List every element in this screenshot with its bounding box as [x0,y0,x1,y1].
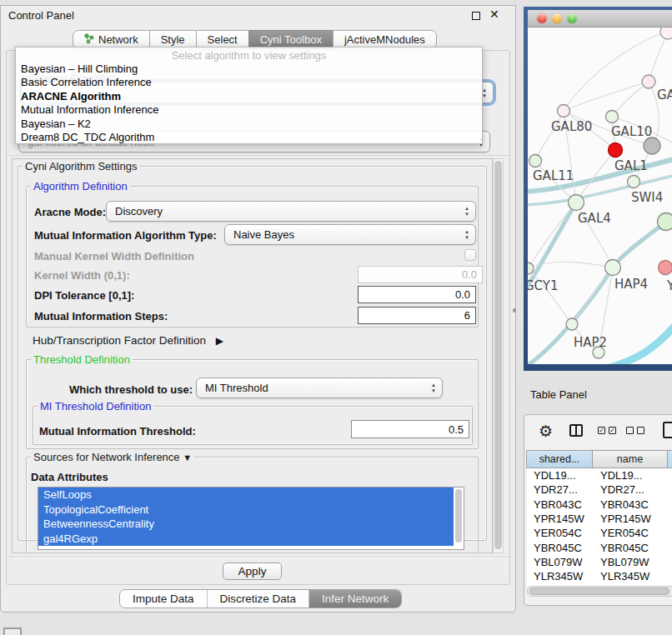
aracne-mode-combo[interactable]: Discovery ▲▼ [106,201,476,222]
node-label-hap2: HAP2 [574,335,607,350]
network-node[interactable] [660,28,672,39]
close-traffic-light[interactable] [537,13,547,23]
network-canvas[interactable]: GALGAL80GAL10GAL1GAL11SWI4GAL4GCY1HAP4YH… [528,28,672,364]
column-header-2[interactable] [667,450,672,468]
threshold-definition-title: Threshold Definition [31,353,133,366]
attribute-item-topologicalcoefficient[interactable]: TopologicalCoefficient [38,502,454,518]
panel-divider-grip[interactable] [513,308,516,312]
combo-value: MI Threshold [205,382,268,394]
algorithm-option-mutual-information-inference[interactable]: Mutual Information Inference [16,103,482,117]
network-node[interactable] [569,195,584,211]
table-hscrollbar-thumb[interactable] [529,588,669,595]
algorithm-popup-placeholder: Select algorithm to view settings [16,48,482,62]
column-header-0[interactable]: shared... [526,450,593,468]
minimized-panel-icon[interactable] [3,628,22,635]
network-window-titlebar[interactable] [528,10,672,28]
separator-highlight [7,558,509,558]
network-node[interactable] [606,111,619,123]
hub-definition-toggle[interactable]: Hub/Transcription Factor Definition ▶ [33,334,223,347]
network-node[interactable] [659,261,672,275]
kernel-width-field[interactable]: 0.0 [358,266,483,283]
table-panel-title: Table Panel [530,388,587,401]
data-attributes-label: Data Attributes [31,471,108,483]
cyni-settings-group-title: Cyni Algorithm Settings [23,160,139,172]
algorithm-option-bayesian-k2[interactable]: Bayesian – K2 [16,118,482,131]
tab-discretize-data[interactable]: Discretize Data [207,590,309,608]
node-label-gcy1: GCY1 [528,278,559,293]
sources-group-title[interactable]: Sources for Network Inference ▼ [31,451,194,463]
table-cell: YPR145W [527,512,594,525]
attribute-item-betweennesscentrality[interactable]: BetweennessCentrality [38,517,454,532]
dpi-tolerance-field[interactable]: 0.0 [358,286,476,303]
table-cell: YDL19... [527,469,594,482]
close-icon[interactable]: ✕ [489,8,499,21]
node-label-gal1: GAL1 [614,158,648,173]
table-row[interactable]: YBR045CYBR045C9. [527,540,672,554]
hide-columns-unchecked-icon[interactable] [626,427,644,434]
which-threshold-combo[interactable]: MI Threshold ▲▼ [196,378,443,398]
table-row[interactable]: YDL19...YDL19...13 [527,468,672,482]
algorithm-option-bayesian-hill-climbing[interactable]: Bayesian – Hill Climbing [16,62,482,76]
table-panel-bar: Table Panel [519,382,672,407]
apply-button[interactable]: Apply [223,562,282,580]
zoom-traffic-light[interactable] [567,13,577,23]
network-edge [572,268,613,324]
node-label-gal4: GAL4 [578,211,611,226]
network-node[interactable] [529,155,542,168]
mi-steps-field[interactable]: 6 [358,307,476,324]
table-cell: YBR043C [594,498,669,511]
table-cell: YBR043C [527,498,594,511]
node-label-gal80: GAL80 [551,119,592,134]
tab-infer-network[interactable]: Infer Network [308,590,401,608]
attributes-scrollbar[interactable] [455,489,462,542]
attribute-item-gal4rgexp[interactable]: gal4RGexp [38,532,454,547]
algorithm-option-basic-correlation-inference[interactable]: Basic Correlation Inference [16,76,482,89]
table-row[interactable]: YBL079WYBL079W [527,555,672,569]
algorithm-definition-title: Algorithm Definition [31,180,130,192]
network-node[interactable] [644,138,660,154]
tab-label: Style [161,33,185,46]
tab-label: Select [208,33,238,46]
table-row[interactable]: YBR043CYBR043C [527,498,672,512]
network-edge [613,222,666,268]
network-node[interactable] [658,213,672,231]
table-row[interactable]: YPR145WYPR145W9. [527,512,672,526]
tab-label: Network [98,33,138,46]
network-canvas-svg: GALGAL80GAL10GAL1GAL11SWI4GAL4GCY1HAP4YH… [528,28,672,364]
settings-scrollbar-thumb[interactable] [494,161,502,549]
algorithm-dropdown-popup: Select algorithm to view settings Bayesi… [15,47,483,144]
float-window-icon[interactable] [472,12,480,20]
gear-icon[interactable]: ⚙ [539,422,553,441]
data-attributes-list: SelfLoopsTopologicalCoefficientBetweenne… [38,488,464,546]
algorithm-option-dream8-dc-tdc-algorithm[interactable]: Dream8 DC_TDC Algorithm [16,131,482,144]
partial-toolbar-icon[interactable] [663,422,672,438]
table-cell: YDR27... [527,483,594,496]
network-node[interactable] [609,143,623,158]
table-cell: YER054C [594,527,669,539]
table-row[interactable]: YDR27...YDR27...12 [527,482,672,497]
table-panel-window: ⚙ ✓✓ shared...name YDL19...YDL19...13YDR… [524,414,672,606]
minimize-traffic-light[interactable] [552,13,562,23]
table-row[interactable]: YLR345WYLR345W9. [527,569,672,583]
manual-kernel-width-checkbox[interactable] [464,249,476,261]
tab-impute-data[interactable]: Impute Data [120,590,207,608]
table-hscrollbar-track[interactable] [527,586,672,597]
network-node[interactable] [642,75,655,88]
attribute-item-selfloops[interactable]: SelfLoops [38,488,454,502]
node-label-hap4: HAP4 [614,277,648,292]
network-node[interactable] [558,105,570,118]
mi-algorithm-type-combo[interactable]: Naive Bayes ▲▼ [224,224,476,245]
stepper-arrows-icon: ▲▼ [459,206,475,217]
network-node[interactable] [566,318,578,330]
show-columns-checked-icon[interactable]: ✓✓ [598,427,616,434]
network-node[interactable] [605,260,621,276]
table-cell: YBL079W [594,556,669,568]
column-header-1[interactable]: name [592,450,668,468]
network-node[interactable] [528,262,534,274]
sources-title-label: Sources for Network Inference [33,451,180,463]
mi-threshold-field[interactable]: 0.5 [351,420,469,438]
algorithm-option-aracne-algorithm[interactable]: ARACNE Algorithm [16,90,482,103]
columns-icon[interactable] [569,424,583,437]
network-node[interactable] [628,176,640,188]
table-row[interactable]: YER054CYER054C8. [527,526,672,540]
